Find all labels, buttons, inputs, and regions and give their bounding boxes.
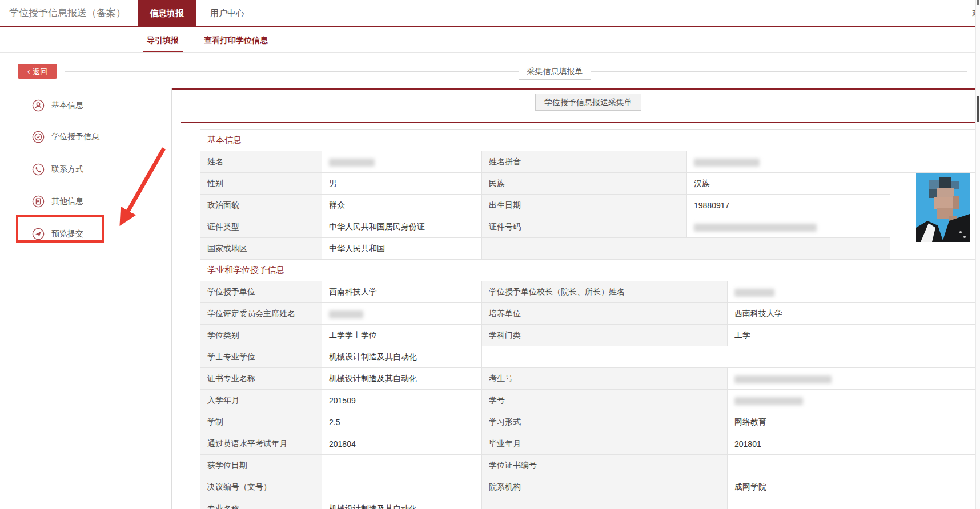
field-value: 中华人民共和国居民身份证	[322, 216, 482, 238]
sidebar-step-3[interactable]: 联系方式	[32, 163, 83, 176]
field-label: 学位评定委员会主席姓名	[200, 303, 322, 325]
redacted-value	[734, 375, 832, 383]
sidebar-step-2[interactable]: 学位授予信息	[32, 130, 99, 144]
vertical-scrollbar[interactable]	[975, 0, 980, 509]
field-value: 工学学士学位	[322, 325, 482, 346]
sidebar-step-label: 其他信息	[51, 196, 83, 207]
field-label: 考生号	[482, 368, 728, 390]
field-label: 学制	[200, 411, 322, 433]
step-connector-line	[38, 113, 38, 130]
collect-sheet-legend: 学位授予信息报送采集单	[535, 94, 641, 111]
step-connector-line	[38, 144, 38, 162]
field-value	[728, 281, 977, 303]
field-value	[322, 476, 482, 498]
field-label: 证书专业名称	[200, 368, 322, 390]
field-value: 网络教育	[728, 411, 977, 433]
field-value	[728, 498, 977, 509]
redacted-value	[329, 159, 375, 167]
user-icon	[32, 99, 45, 112]
field-label: 毕业年月	[482, 433, 728, 455]
sidebar-step-label: 学位授予信息	[51, 132, 99, 142]
field-label: 学位类别	[200, 325, 322, 346]
redacted-value	[734, 289, 774, 297]
field-label: 学士专业学位	[200, 346, 322, 368]
field-value: 工学	[728, 325, 977, 346]
field-label: 学位授予单位	[200, 281, 322, 303]
chevron-left-icon: ‹	[27, 67, 30, 76]
redacted-value	[694, 224, 817, 232]
empty-cell	[890, 151, 977, 173]
sidebar-step-label: 联系方式	[51, 164, 83, 175]
field-label: 院系机构	[482, 476, 728, 498]
field-label: 证件类型	[200, 216, 322, 238]
field-value	[728, 368, 977, 390]
field-value: 机械设计制造及其自动化	[322, 368, 482, 390]
back-button-label: 返回	[33, 67, 47, 76]
field-label: 获学位日期	[200, 455, 322, 476]
form-section-s1: 基本信息姓名姓名拼音性别男民族汉族 政治面貌群众出生日期19880917证件类型…	[200, 129, 977, 260]
degree-report-page: 学位授予信息报送（备案） 信息填报 用户中心 欢 导引填报 查看打印学位信息 ‹…	[0, 0, 980, 509]
top-nav-bar: 学位授予信息报送（备案） 信息填报 用户中心 欢	[0, 0, 980, 27]
field-label: 学位授予单位校长（院长、所长）姓名	[482, 281, 728, 303]
scrollbar-thumb[interactable]	[977, 96, 979, 122]
field-label: 学位证书编号	[482, 455, 728, 476]
field-value: 西南科技大学	[728, 303, 977, 325]
field-label: 性别	[200, 173, 322, 195]
field-label: 政治面貌	[200, 195, 322, 216]
form-section-s2: 学业和学位授予信息学位授予单位西南科技大学学位授予单位校长（院长、所长）姓名学位…	[200, 259, 977, 509]
collect-form-legend: 采集信息填报单	[519, 63, 591, 80]
field-value	[482, 346, 977, 368]
field-label: 姓名	[200, 151, 322, 173]
redacted-value	[694, 159, 760, 167]
form-top-red-border	[181, 122, 978, 123]
tab-user-center[interactable]: 用户中心	[210, 0, 244, 26]
divider-line	[65, 71, 967, 72]
field-label	[482, 238, 890, 260]
id-photo-cell	[890, 173, 977, 260]
field-value: 201804	[322, 433, 482, 455]
field-value: 19880917	[687, 195, 890, 216]
tab-info-fill[interactable]: 信息填报	[138, 0, 196, 26]
field-label: 民族	[482, 173, 687, 195]
field-label: 培养单位	[482, 303, 728, 325]
subnav-guided-fill[interactable]: 导引填报	[143, 27, 183, 52]
back-button[interactable]: ‹返回	[18, 64, 57, 79]
step-connector-line	[38, 177, 38, 194]
field-value: 机械设计制造及其自动化	[322, 346, 482, 368]
section-title: 学业和学位授予信息	[200, 260, 977, 281]
sidebar-step-4[interactable]: 其他信息	[32, 195, 83, 208]
field-value: 西南科技大学	[322, 281, 482, 303]
panel-left-border	[171, 88, 172, 509]
field-label	[482, 498, 728, 509]
field-label: 学科门类	[482, 325, 728, 346]
phone-icon	[32, 163, 45, 176]
field-label: 专业名称	[200, 498, 322, 509]
field-value	[322, 151, 482, 173]
field-value: 201801	[728, 433, 977, 455]
field-label: 姓名拼音	[482, 151, 687, 173]
field-value	[728, 455, 977, 476]
field-value	[322, 303, 482, 325]
field-label: 通过英语水平考试年月	[200, 433, 322, 455]
scrollbar-top-nub	[977, 0, 979, 5]
badge-check-icon	[32, 131, 45, 143]
field-value: 汉族	[687, 173, 890, 195]
panel-top-red-border	[171, 88, 980, 90]
field-value: 男	[322, 173, 482, 195]
field-label: 国家或地区	[200, 238, 322, 260]
field-label: 决议编号（文号）	[200, 476, 322, 498]
redacted-value	[734, 397, 803, 405]
section-title: 基本信息	[200, 130, 977, 151]
field-value: 机械设计制造及其自动化	[322, 498, 482, 509]
sub-nav-bar: 导引填报 查看打印学位信息	[0, 27, 980, 53]
field-value	[322, 455, 482, 476]
field-value	[728, 390, 977, 411]
field-label: 证件号码	[482, 216, 687, 238]
annotation-highlight-box	[16, 215, 104, 243]
field-label: 入学年月	[200, 390, 322, 411]
sidebar-step-label: 基本信息	[51, 100, 83, 111]
active-tab-underline	[143, 51, 183, 52]
sidebar-step-1[interactable]: 基本信息	[32, 99, 83, 112]
subnav-view-print-degree-info[interactable]: 查看打印学位信息	[202, 27, 270, 52]
document-icon	[32, 195, 45, 208]
